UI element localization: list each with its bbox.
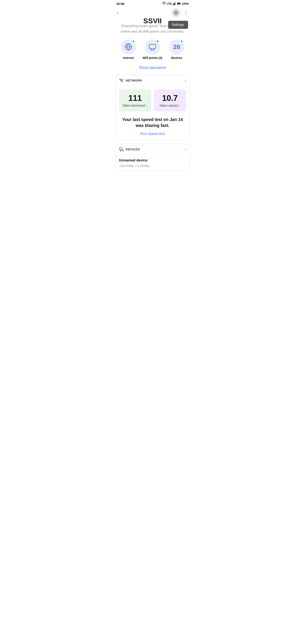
network-card: NETWORK › 111 Mbps download ↓ 10.7 Mbps … (116, 75, 190, 140)
gear-icon (174, 10, 178, 15)
run-test-section: Run speed test (116, 130, 190, 140)
devices-card-header-left: DEVICES (119, 147, 140, 152)
devices-chevron-icon: › (185, 147, 186, 152)
back-button[interactable]: ‹ (116, 9, 120, 16)
internet-status[interactable]: Internet (121, 39, 136, 60)
devices-card-title: DEVICES (126, 148, 140, 151)
network-chevron-icon: › (185, 78, 186, 83)
run-speed-test-link[interactable]: Run speed test (140, 132, 164, 136)
wifi-icon (162, 2, 166, 6)
svg-rect-18 (120, 150, 123, 152)
header-section: SSVII Settings (113, 19, 192, 21)
download-card: 111 Mbps download ↓ (119, 90, 152, 112)
svg-point-8 (176, 12, 177, 13)
upload-label: Mbps upload ↑ (160, 104, 180, 107)
lte-label: LTE (167, 2, 172, 5)
show-password-section: Show password (113, 61, 192, 75)
status-time: 10:00 (116, 2, 124, 6)
network-icon (119, 78, 124, 83)
settings-button[interactable]: Settings (168, 21, 188, 29)
show-password-link[interactable]: Show password (139, 66, 166, 70)
more-button[interactable]: ⋮ (182, 9, 190, 16)
svg-point-0 (164, 4, 164, 5)
devices-card-header[interactable]: DEVICES › (116, 144, 190, 155)
gear-button[interactable] (171, 8, 181, 17)
wifipoints-label: Wifi points (4) (143, 56, 162, 60)
internet-dot (132, 40, 135, 42)
battery-label: 100% (182, 2, 189, 5)
devices-number: 26 (173, 43, 180, 50)
internet-icon (124, 43, 132, 51)
device-name: Unnamed device (119, 158, 186, 162)
wifipoints-status[interactable]: Wifi points (4) (143, 39, 162, 60)
devices-dot (180, 40, 183, 42)
device-speeds: ↓63.9 Kbps ↑71.8 Kbps (116, 163, 190, 170)
svg-rect-3 (174, 2, 175, 5)
download-label: Mbps download ↓ (123, 104, 148, 107)
svg-rect-17 (119, 148, 122, 150)
device-item[interactable]: Unnamed device (116, 155, 190, 163)
svg-rect-4 (176, 2, 176, 5)
devices-label: Devices (171, 56, 182, 60)
status-icons-row: Internet Wifi points (4) 26 Devices (113, 34, 192, 61)
speed-cards: 111 Mbps download ↓ 10.7 Mbps upload ↑ (116, 86, 190, 113)
nav-right: ⋮ (171, 8, 190, 17)
download-value: 111 (128, 94, 142, 103)
svg-rect-1 (172, 4, 173, 5)
wifipoints-dot (156, 40, 159, 42)
devices-icon (119, 147, 124, 152)
svg-rect-11 (149, 44, 156, 49)
status-icons: LTE 100% (162, 2, 189, 6)
svg-rect-7 (178, 3, 180, 4)
devices-status[interactable]: 26 Devices (169, 39, 184, 60)
signal-icon (172, 2, 176, 6)
network-card-header-left: NETWORK (119, 78, 142, 83)
devices-circle: 26 (169, 39, 184, 54)
internet-circle (121, 39, 136, 54)
upload-card: 10.7 Mbps upload ↑ (154, 90, 186, 112)
wifipoints-circle (145, 39, 160, 54)
speed-test-description: Your last speed test on Jan 14 was blazi… (116, 113, 190, 130)
svg-rect-2 (174, 3, 174, 5)
network-name: SSVII (144, 17, 162, 25)
wifipoints-icon (149, 43, 156, 51)
network-card-header[interactable]: NETWORK › (116, 75, 190, 86)
devices-card: DEVICES › Unnamed device ↓63.9 Kbps ↑71.… (116, 144, 190, 170)
upload-value: 10.7 (162, 94, 178, 103)
status-bar: 10:00 LTE 100% (113, 0, 192, 6)
internet-label: Internet (123, 56, 134, 60)
svg-rect-6 (180, 3, 181, 4)
network-card-title: NETWORK (126, 79, 142, 82)
battery-icon (177, 2, 181, 6)
